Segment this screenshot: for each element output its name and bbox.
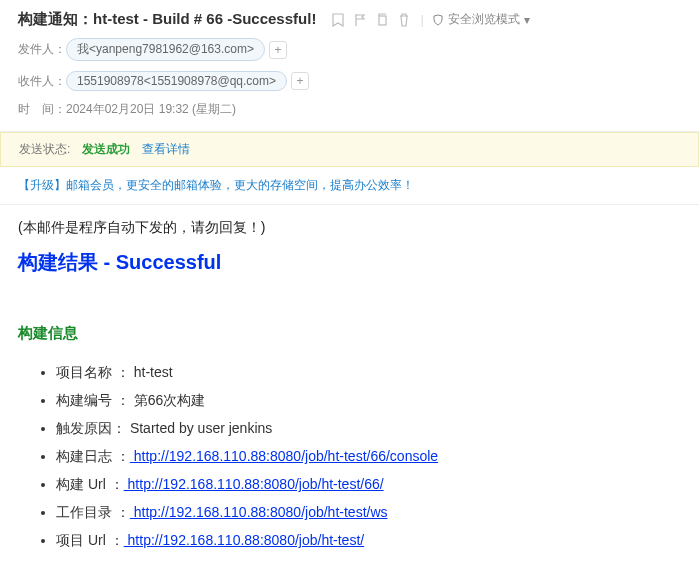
time-value: 2024年02月20日 19:32 (星期二) (66, 101, 236, 118)
from-label: 发件人： (18, 41, 66, 58)
safe-mode-toggle[interactable]: 安全浏览模式 ▾ (432, 11, 530, 28)
list-item: 工作目录 ： http://192.168.110.88:8080/job/ht… (56, 499, 681, 527)
to-label: 收件人： (18, 73, 66, 90)
email-subject: 构建通知：ht-test - Build # 66 -Successful! (18, 10, 316, 29)
list-item: 项目名称 ： ht-test (56, 359, 681, 387)
time-label: 时 间： (18, 101, 66, 118)
add-to-button[interactable]: + (291, 72, 309, 90)
info-label: 项目 Url ： (56, 532, 124, 550)
status-bar: 发送状态: 发送成功 查看详情 (0, 132, 699, 167)
time-row: 时 间： 2024年02月20日 19:32 (星期二) (18, 96, 681, 123)
list-item: 触发原因： Started by user jenkins (56, 415, 681, 443)
subject-row: 构建通知：ht-test - Build # 66 -Successful! |… (18, 10, 681, 29)
from-row: 发件人： 我<yanpeng7981962@163.com> + (18, 33, 681, 66)
info-label: 构建 Url ： (56, 476, 124, 494)
bookmark-icon[interactable] (330, 12, 346, 28)
shield-icon (432, 14, 444, 26)
info-label: 工作目录 ： (56, 504, 130, 522)
status-value: 发送成功 (82, 141, 130, 158)
info-label: 触发原因： (56, 420, 126, 438)
upgrade-bar: 【升级】邮箱会员，更安全的邮箱体验，更大的存储空间，提高办公效率！ (0, 167, 699, 205)
list-item: 构建编号 ： 第66次构建 (56, 387, 681, 415)
info-label: 构建日志 ： (56, 448, 130, 466)
to-row: 收件人： 1551908978<1551908978@qq.com> + (18, 66, 681, 96)
list-item: 构建日志 ： http://192.168.110.88:8080/job/ht… (56, 443, 681, 471)
build-info-title: 构建信息 (18, 324, 681, 343)
list-item: 构建 Url ： http://192.168.110.88:8080/job/… (56, 471, 681, 499)
chevron-down-icon: ▾ (524, 13, 530, 27)
add-from-button[interactable]: + (269, 41, 287, 59)
info-link[interactable]: http://192.168.110.88:8080/job/ht-test/6… (124, 476, 384, 492)
delete-icon[interactable] (396, 12, 412, 28)
info-link[interactable]: http://192.168.110.88:8080/job/ht-test/6… (130, 448, 438, 464)
status-detail-link[interactable]: 查看详情 (142, 141, 190, 158)
build-info-list: 项目名称 ： ht-test构建编号 ： 第66次构建触发原因： Started… (18, 359, 681, 555)
info-label: 构建编号 ： (56, 392, 130, 410)
no-reply-notice: (本邮件是程序自动下发的，请勿回复！) (18, 219, 681, 237)
email-header: 构建通知：ht-test - Build # 66 -Successful! |… (0, 0, 699, 132)
to-chip[interactable]: 1551908978<1551908978@qq.com> (66, 71, 287, 91)
safe-mode-label: 安全浏览模式 (448, 11, 520, 28)
list-item: 项目 Url ： http://192.168.110.88:8080/job/… (56, 527, 681, 555)
info-link[interactable]: http://192.168.110.88:8080/job/ht-test/ (124, 532, 365, 548)
toolbar-icons (330, 12, 412, 28)
info-label: 项目名称 ： (56, 364, 130, 382)
flag-icon[interactable] (352, 12, 368, 28)
build-result-title: 构建结果 - Successful (18, 249, 681, 276)
info-value: ht-test (130, 364, 173, 380)
from-chip[interactable]: 我<yanpeng7981962@163.com> (66, 38, 265, 61)
status-label: 发送状态: (19, 141, 70, 158)
copy-icon[interactable] (374, 12, 390, 28)
info-value: Started by user jenkins (126, 420, 272, 436)
email-body: (本邮件是程序自动下发的，请勿回复！) 构建结果 - Successful 构建… (0, 205, 699, 563)
upgrade-link[interactable]: 【升级】邮箱会员，更安全的邮箱体验，更大的存储空间，提高办公效率！ (18, 178, 414, 192)
info-link[interactable]: http://192.168.110.88:8080/job/ht-test/w… (130, 504, 388, 520)
svg-rect-0 (379, 16, 386, 25)
divider: | (420, 12, 423, 27)
info-value: 第66次构建 (130, 392, 205, 408)
